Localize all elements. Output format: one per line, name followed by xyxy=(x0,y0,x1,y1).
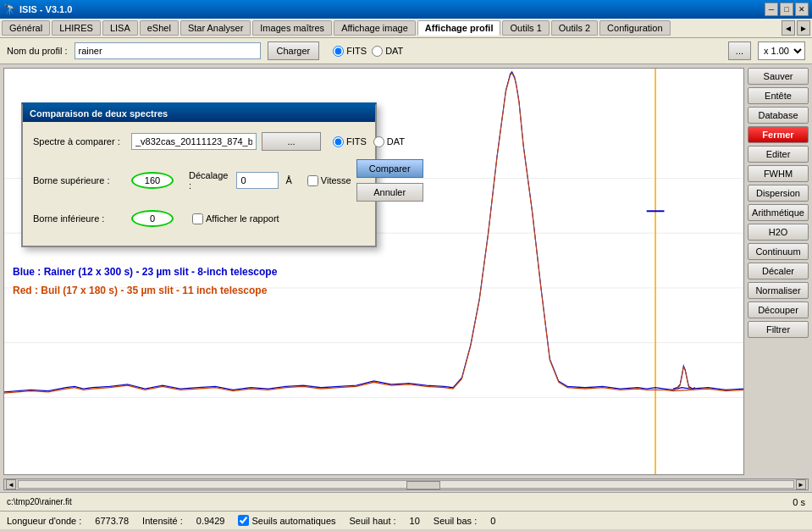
decaler-button[interactable]: Décaler xyxy=(748,263,809,279)
modal-vitesse-label[interactable]: Vitesse xyxy=(307,175,351,186)
comparer-button[interactable]: Comparer xyxy=(356,159,423,178)
seuil-bas-value: 0 xyxy=(490,516,495,526)
fermer-button[interactable]: Fermer xyxy=(748,126,809,143)
seuil-bas-label: Seuil bas : xyxy=(434,516,477,526)
fits-radio-label[interactable]: FITS xyxy=(333,46,367,57)
profile-row: Nom du profil : Charger FITS DAT ... x 1… xyxy=(0,38,812,64)
normaliser-button[interactable]: Normaliser xyxy=(748,282,809,299)
nav-next-button[interactable]: ► xyxy=(797,20,810,36)
seuil-auto-label[interactable]: Seuils automatiques xyxy=(238,515,335,526)
modal-decalage-unit: Å xyxy=(285,175,291,185)
modal-afficher-label[interactable]: Afficher le rapport xyxy=(192,213,279,224)
menu-tab-outils-1[interactable]: Outils 1 xyxy=(502,20,549,36)
dat-radio-label[interactable]: DAT xyxy=(372,46,403,57)
menu-tab-star-analyser[interactable]: Star Analyser xyxy=(180,20,251,36)
annuler-button[interactable]: Annuler xyxy=(356,183,423,202)
profile-label: Nom du profil : xyxy=(7,46,68,56)
longueur-value: 6773.78 xyxy=(95,516,129,526)
scroll-track[interactable] xyxy=(18,480,794,489)
continuum-button[interactable]: Continuum xyxy=(748,243,809,260)
menu-tab-images-maîtres[interactable]: Images maîtres xyxy=(252,20,332,36)
app-title: ISIS - V3.1.0 xyxy=(19,4,72,14)
scroll-thumb[interactable] xyxy=(406,481,440,490)
horizontal-scrollbar[interactable]: ◄ ► xyxy=(3,478,809,490)
editer-button[interactable]: Editer xyxy=(748,146,809,163)
database-button[interactable]: Database xyxy=(748,107,809,124)
modal-body: Spectre à comparer : ... FITS DAT xyxy=(23,122,375,246)
modal-dialog: Comparaison de deux spectres Spectre à c… xyxy=(21,102,377,247)
menu-tab-eshel[interactable]: eShel xyxy=(140,20,179,36)
status-bar: c:\tmp20\rainer.fit 0 s xyxy=(0,492,812,511)
entete-button[interactable]: Entête xyxy=(748,87,809,104)
modal-bornsup-input[interactable] xyxy=(131,172,174,189)
modal-dat-radio[interactable] xyxy=(373,136,384,147)
fits-radio[interactable] xyxy=(333,46,344,57)
dispersion-button[interactable]: Dispersion xyxy=(748,185,809,202)
menu-tab-lisa[interactable]: LISA xyxy=(102,20,138,36)
seuil-haut-label: Seuil haut : xyxy=(350,516,396,526)
charger-button[interactable]: Charger xyxy=(268,41,320,60)
zoom-select[interactable]: x 1.00 x 0.50 x 2.00 xyxy=(758,41,805,60)
modal-dat-label[interactable]: DAT xyxy=(373,136,405,147)
menu-tab-configuration[interactable]: Configuration xyxy=(599,20,670,36)
modal-spectre-row: Spectre à comparer : ... FITS DAT xyxy=(33,132,365,151)
modal-borninf-row: Borne inférieure : Afficher le rapport xyxy=(33,210,365,227)
modal-spectre-input[interactable] xyxy=(131,133,257,150)
chart-container: Comparaison de deux spectres Spectre à c… xyxy=(3,68,744,475)
menu-tab-affichage-image[interactable]: Affichage image xyxy=(334,20,416,36)
app-icon: 🔭 xyxy=(3,3,16,15)
nav-prev-button[interactable]: ◄ xyxy=(782,20,795,36)
arithmetique-button[interactable]: Arithmétique xyxy=(748,204,809,221)
menu-tab-général[interactable]: Général xyxy=(2,20,50,36)
main-area: Comparaison de deux spectres Spectre à c… xyxy=(0,64,812,478)
modal-borninf-label: Borne inférieure : xyxy=(33,213,126,224)
title-bar: 🔭 ISIS - V3.1.0 ─ □ ✕ xyxy=(0,0,812,19)
bottom-bar: Longueur d'onde : 6773.78 Intensité : 0.… xyxy=(0,511,812,529)
chart-annotation: Blue : Rainer (12 x 300 s) - 23 µm slit … xyxy=(13,263,277,300)
modal-afficher-checkbox[interactable] xyxy=(192,213,203,224)
modal-fits-radio[interactable] xyxy=(333,136,344,147)
close-button[interactable]: ✕ xyxy=(795,3,809,16)
right-panel: SauverEntêteDatabaseFermerEditerFWHMDisp… xyxy=(744,64,812,478)
modal-title: Comparaison de deux spectres xyxy=(23,105,375,122)
h2o-button[interactable]: H2O xyxy=(748,224,809,241)
intensite-label: Intensité : xyxy=(142,516,183,526)
modal-bornsup-row: Borne supérieure : Décalage : Å Vitesse … xyxy=(33,159,365,202)
seuil-haut-value: 10 xyxy=(410,516,420,526)
sauver-button[interactable]: Sauver xyxy=(748,68,809,85)
maximize-button[interactable]: □ xyxy=(780,3,793,16)
filepath: c:\tmp20\rainer.fit xyxy=(7,497,72,506)
dat-radio[interactable] xyxy=(372,46,383,57)
menu-tab-lhires[interactable]: LHIRES xyxy=(52,20,101,36)
dots-button[interactable]: ... xyxy=(728,41,751,60)
longueur-label: Longueur d'onde : xyxy=(7,516,81,526)
profile-input[interactable] xyxy=(75,42,261,59)
fwhm-button[interactable]: FWHM xyxy=(748,165,809,182)
filtrer-button[interactable]: Filtrer xyxy=(748,321,809,338)
modal-bornsup-label: Borne supérieure : xyxy=(33,175,126,185)
modal-decalage-label: Décalage : xyxy=(189,170,228,191)
scroll-right-button[interactable]: ► xyxy=(796,479,806,490)
modal-decalage-input[interactable] xyxy=(236,172,279,189)
status-time: 0 s xyxy=(793,497,805,507)
modal-spectre-label: Spectre à comparer : xyxy=(33,136,126,147)
intensite-value: 0.9429 xyxy=(196,516,225,526)
menu-tab-outils-2[interactable]: Outils 2 xyxy=(551,20,598,36)
modal-spectre-dots-button[interactable]: ... xyxy=(262,132,321,151)
modal-fits-label[interactable]: FITS xyxy=(333,136,367,147)
menu-tab-affichage-profil[interactable]: Affichage profil xyxy=(417,20,501,36)
scroll-left-button[interactable]: ◄ xyxy=(6,479,16,490)
red-annotation: Red : Buil (17 x 180 s) - 35 µm slit - 1… xyxy=(13,282,277,301)
decouper-button[interactable]: Découper xyxy=(748,301,809,318)
seuil-auto-checkbox[interactable] xyxy=(238,515,249,526)
blue-annotation: Blue : Rainer (12 x 300 s) - 23 µm slit … xyxy=(13,263,277,282)
menu-bar: GénéralLHIRESLISAeShelStar AnalyserImage… xyxy=(0,19,812,38)
modal-borninf-input[interactable] xyxy=(131,210,174,227)
modal-vitesse-checkbox[interactable] xyxy=(307,175,318,186)
minimize-button[interactable]: ─ xyxy=(765,3,778,16)
